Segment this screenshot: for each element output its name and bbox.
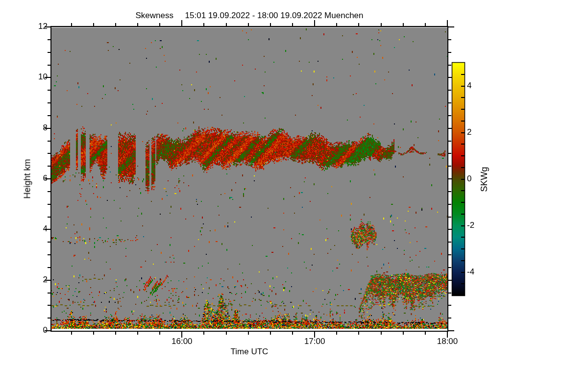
y-tick-label: 2 bbox=[20, 275, 48, 285]
colorbar-tick-label: 2 bbox=[467, 127, 488, 137]
x-tick-label: 16:00 bbox=[165, 337, 199, 346]
colorbar-tick-label: 0 bbox=[467, 174, 488, 184]
y-tick-label: 8 bbox=[20, 123, 48, 133]
y-tick-label: 0 bbox=[20, 325, 48, 335]
colorbar-tick-label: 4 bbox=[467, 81, 488, 91]
colorbar-tick-label: -2 bbox=[467, 220, 488, 230]
y-tick-label: 12 bbox=[20, 22, 48, 31]
x-tick-label: 17:00 bbox=[297, 337, 332, 346]
x-axis-label: Time UTC bbox=[51, 347, 447, 357]
colorbar-tick-label: -4 bbox=[467, 267, 488, 277]
y-tick-label: 4 bbox=[20, 224, 48, 234]
skewness-heatmap-figure: Skewness 15:01 19.09.2022 - 18:00 19.09.… bbox=[0, 0, 588, 392]
y-tick-label: 10 bbox=[20, 72, 48, 82]
heatmap-canvas bbox=[0, 0, 588, 392]
x-tick-label: 18:00 bbox=[430, 337, 465, 346]
chart-title: Skewness 15:01 19.09.2022 - 18:00 19.09.… bbox=[51, 11, 447, 21]
y-tick-label: 6 bbox=[20, 173, 48, 183]
